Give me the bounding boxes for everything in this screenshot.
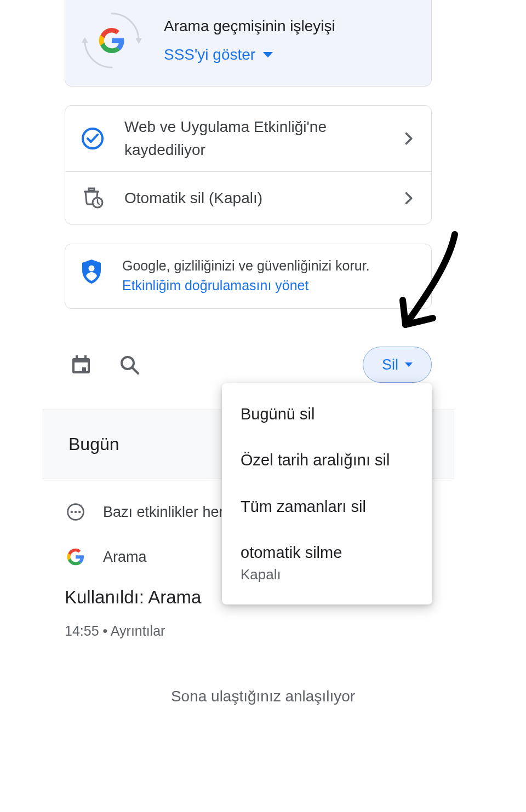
- auto-delete-row[interactable]: Otomatik sil (Kapalı): [65, 171, 431, 224]
- privacy-texts: Google, gizliliğinizi ve güvenliğinizi k…: [122, 256, 416, 296]
- end-of-list-text: Sona ulaştığınız anlaşılıyor: [0, 688, 526, 705]
- google-logo-icon: [99, 27, 125, 54]
- svg-point-17: [78, 511, 81, 514]
- search-button[interactable]: [113, 348, 146, 381]
- caret-down-icon: [405, 362, 413, 367]
- settings-group: Web ve Uygulama Etkinliği'ne kaydediliyo…: [65, 105, 432, 224]
- activity-time: 14:55: [65, 623, 99, 638]
- svg-point-16: [75, 511, 77, 514]
- check-circle-icon: [81, 126, 105, 151]
- history-info-card: Arama geçmişinin işleyişi SSS'yi göster: [65, 0, 432, 87]
- delete-all-time-label: Tüm zamanları sil: [241, 498, 366, 515]
- delete-menu: Bugünü sil Özel tarih aralığını sil Tüm …: [222, 383, 432, 604]
- activity-meta[interactable]: 14:55 • Ayrıntılar: [65, 623, 432, 639]
- delete-label: Sil: [382, 356, 398, 373]
- auto-delete-sub: Kapalı: [241, 566, 414, 584]
- delete-custom-range-item[interactable]: Özel tarih aralığını sil: [222, 437, 432, 483]
- chevron-right-icon: [401, 131, 416, 146]
- calendar-icon: [70, 354, 92, 376]
- search-activity-label: Arama: [103, 549, 147, 566]
- auto-delete-icon: [81, 186, 105, 210]
- meta-separator: •: [99, 623, 111, 638]
- calendar-button[interactable]: [65, 348, 98, 381]
- show-faq-link[interactable]: SSS'yi göster: [164, 46, 335, 64]
- auto-delete-label: otomatik silme: [241, 544, 342, 561]
- today-header-label: Bugün: [68, 434, 119, 454]
- page: Arama geçmişinin işleyişi SSS'yi göster …: [0, 0, 526, 812]
- activity-details-link[interactable]: Ayrıntılar: [111, 623, 165, 638]
- google-logo-small-icon: [65, 546, 87, 568]
- pending-activity-label: Bazı etkinlikler hen: [103, 504, 227, 521]
- history-info-title: Arama geçmişinin işleyişi: [164, 18, 335, 35]
- svg-line-13: [133, 368, 138, 373]
- auto-delete-item[interactable]: otomatik silme Kapalı: [222, 529, 432, 597]
- history-info-inner: Arama geçmişinin işleyişi SSS'yi göster: [79, 8, 335, 73]
- delete-all-time-item[interactable]: Tüm zamanları sil: [222, 483, 432, 529]
- auto-delete-label: Otomatik sil (Kapalı): [124, 187, 401, 210]
- refresh-google-logo: [79, 8, 144, 73]
- svg-rect-10: [76, 355, 78, 360]
- svg-rect-3: [89, 188, 94, 191]
- svg-rect-9: [82, 367, 86, 371]
- chevron-right-icon: [401, 191, 416, 206]
- svg-marker-0: [135, 38, 142, 44]
- privacy-card: Google, gizliliğinizi ve güvenliğinizi k…: [65, 244, 432, 309]
- web-app-activity-label: Web ve Uygulama Etkinliği'ne kaydediliyo…: [124, 116, 401, 162]
- delete-today-label: Bugünü sil: [241, 405, 315, 423]
- shield-user-icon: [81, 258, 102, 283]
- more-horizontal-icon: [65, 501, 87, 523]
- show-faq-label: SSS'yi göster: [164, 46, 255, 64]
- manage-verification-link[interactable]: Etkinliğim doğrulamasını yönet: [122, 275, 416, 296]
- history-info-texts: Arama geçmişinin işleyişi SSS'yi göster: [164, 18, 335, 64]
- delete-today-item[interactable]: Bugünü sil: [222, 391, 432, 437]
- search-icon: [118, 354, 140, 376]
- web-app-activity-row[interactable]: Web ve Uygulama Etkinliği'ne kaydediliyo…: [65, 106, 431, 171]
- caret-down-icon: [263, 52, 273, 57]
- delete-custom-range-label: Özel tarih aralığını sil: [241, 451, 390, 469]
- svg-rect-11: [84, 355, 87, 360]
- privacy-description: Google, gizliliğinizi ve güvenliğinizi k…: [122, 256, 416, 275]
- activity-toolbar: Sil: [65, 345, 432, 384]
- svg-point-6: [89, 266, 95, 272]
- delete-dropdown-button[interactable]: Sil: [363, 347, 432, 383]
- svg-marker-1: [82, 37, 88, 43]
- svg-point-15: [71, 511, 73, 514]
